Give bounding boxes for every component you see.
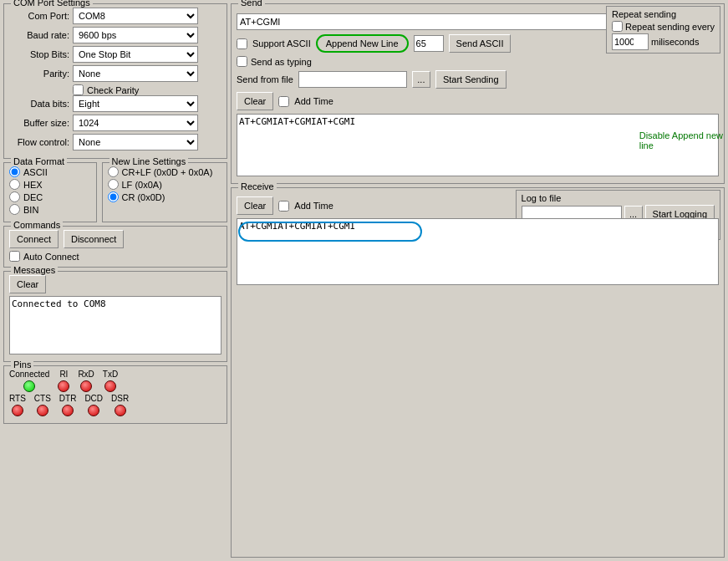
crlf-radio[interactable] (108, 166, 119, 177)
pin-cts: CTS (34, 394, 51, 416)
connect-button[interactable]: Connect (9, 230, 59, 248)
pins-row1: Connected RI RxD TxD (9, 370, 221, 392)
send-file-path-input[interactable] (298, 71, 407, 88)
pin-dtr-label: DTR (59, 394, 77, 403)
pin-rts-led (12, 405, 23, 416)
auto-connect-checkbox[interactable] (9, 251, 20, 262)
repeat-sending-title: Repeat sending (612, 9, 715, 19)
send-command-input[interactable] (237, 13, 667, 30)
messages-clear-button[interactable]: Clear (9, 275, 46, 293)
stop-bits-row: Stop Bits: One Stop Bit (9, 46, 221, 63)
pin-ri-label: RI (59, 370, 68, 379)
pin-rxd-label: RxD (78, 370, 94, 379)
receive-textarea[interactable]: AT+CGMIAT+CGMIAT+CGMI (237, 218, 719, 285)
pin-rxd: RxD (78, 370, 94, 392)
repeat-sending-group: Repeat sending Repeat sending every mili… (606, 6, 720, 54)
cr-radio-row: CR (0x0D) (108, 191, 222, 202)
auto-connect-row: Auto Connect (9, 251, 221, 262)
stop-bits-select[interactable]: One Stop Bit (73, 46, 198, 63)
bin-radio[interactable] (9, 204, 20, 215)
dec-label: DEC (23, 192, 43, 202)
start-sending-button[interactable]: Start Sending (435, 70, 507, 89)
send-ascii-button[interactable]: Send ASCII (449, 34, 512, 53)
lf-radio[interactable] (108, 179, 119, 190)
buffer-size-label: Buffer size: (9, 118, 69, 128)
baud-rate-label: Baud rate: (9, 30, 69, 40)
flow-control-select[interactable]: None (73, 134, 198, 150)
messages-textarea[interactable]: Connected to COM8 (9, 296, 221, 354)
send-file-browse-button[interactable]: ... (412, 71, 430, 88)
cr-radio[interactable] (108, 191, 119, 202)
buffer-size-row: Buffer size: 1024 (9, 115, 221, 131)
send-as-typing-row: Send as typing (237, 56, 719, 67)
pin-dcd-label: DCD (84, 394, 103, 403)
append-new-line-button[interactable]: Append New Line (316, 34, 409, 53)
support-ascii-checkbox[interactable] (237, 38, 247, 49)
send-from-file-row: Send from file ... Start Sending (237, 70, 719, 89)
send-group: Send Repeat sending Repeat sending every… (231, 3, 725, 184)
bin-radio-row: BIN (9, 204, 91, 215)
send-as-typing-checkbox[interactable] (237, 56, 247, 67)
data-bits-select[interactable]: Eight (73, 95, 198, 112)
num-input[interactable] (414, 35, 444, 52)
pin-txd-led (104, 380, 116, 392)
pin-dcd-led (88, 405, 99, 416)
com-port-settings-title: COM Port Settings (11, 0, 93, 8)
receive-title: Receive (238, 181, 277, 191)
bin-label: BIN (23, 205, 38, 215)
data-bits-row: Data bits: Eight (9, 95, 221, 112)
repeat-checkbox[interactable] (612, 21, 623, 32)
pins-group: Pins Connected RI RxD TxD (3, 365, 227, 424)
check-parity-label: Check Parity (87, 85, 139, 95)
num-wrap (414, 35, 444, 52)
pin-connected: Connected (9, 370, 49, 392)
com-port-label: Com Port: (9, 11, 69, 21)
pin-dsr-label: DSR (111, 394, 129, 403)
send-from-file-label: Send from file (237, 74, 293, 84)
messages-title: Messages (11, 265, 58, 275)
send-clear-button[interactable]: Clear (237, 92, 273, 110)
send-as-typing-label: Send as typing (251, 57, 312, 67)
pin-connected-label: Connected (9, 370, 49, 379)
milliseconds-label: miliseconds (651, 37, 699, 47)
receive-textarea-container: AT+CGMIAT+CGMIAT+CGMI Output (237, 218, 719, 287)
new-line-settings-title: New Line Settings (109, 156, 189, 166)
check-parity-checkbox[interactable] (73, 84, 84, 95)
new-line-settings-group: New Line Settings CR+LF (0x0D + 0x0A) LF… (102, 162, 228, 222)
baud-rate-row: Baud rate: 9600 bps (9, 27, 221, 43)
ascii-radio[interactable] (9, 166, 20, 177)
pin-rts: RTS (9, 394, 26, 416)
add-time-checkbox[interactable] (278, 96, 289, 107)
format-line-container: Data Format ASCII HEX DEC BIN (3, 162, 227, 222)
repeat-value-input[interactable] (612, 33, 649, 50)
baud-rate-select[interactable]: 9600 bps (73, 27, 198, 43)
disconnect-button[interactable]: Disconnect (64, 230, 124, 248)
hex-radio[interactable] (9, 179, 20, 190)
repeat-value-row: miliseconds (612, 33, 715, 50)
receive-add-time-checkbox[interactable] (278, 201, 289, 212)
flow-control-row: Flow control: None (9, 134, 221, 150)
lf-radio-row: LF (0x0A) (108, 179, 222, 190)
pin-cts-label: CTS (34, 394, 51, 403)
messages-group: Messages Clear Connected to COM8 (3, 271, 227, 362)
dec-radio-row: DEC (9, 191, 91, 202)
commands-title: Commands (11, 220, 63, 230)
dec-radio[interactable] (9, 191, 20, 202)
parity-select[interactable]: None (73, 65, 198, 82)
send-textarea[interactable]: AT+CGMIAT+CGMIAT+CGMI (237, 114, 719, 176)
pins-title: Pins (11, 360, 33, 370)
data-bits-label: Data bits: (9, 99, 69, 109)
pin-rts-label: RTS (9, 394, 26, 403)
send-title: Send (238, 0, 265, 8)
crlf-radio-row: CR+LF (0x0D + 0x0A) (108, 166, 222, 177)
pin-dcd: DCD (84, 394, 103, 416)
receive-clear-button[interactable]: Clear (237, 196, 273, 215)
commands-group: Commands Connect Disconnect Auto Connect (3, 226, 227, 268)
com-port-settings-group: COM Port Settings Com Port: COM8 Baud ra… (3, 3, 227, 159)
buffer-size-select[interactable]: 1024 (73, 115, 198, 131)
com-port-select[interactable]: COM8 (73, 8, 198, 24)
data-format-group: Data Format ASCII HEX DEC BIN (3, 162, 97, 222)
cr-label: CR (0x0D) (122, 192, 165, 202)
hex-label: HEX (23, 180, 43, 190)
messages-clear-row: Clear (9, 275, 221, 293)
